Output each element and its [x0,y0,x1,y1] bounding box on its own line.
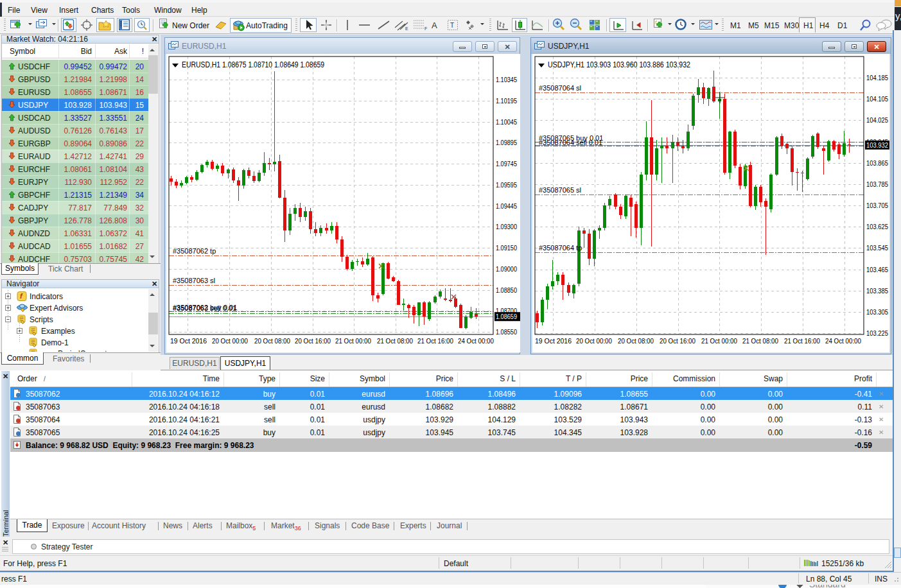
svg-text:E: E [405,26,408,31]
svg-text:1.08550: 1.08550 [496,328,517,336]
svg-text:1.10345: 1.10345 [496,76,517,83]
svg-text:20 Oct 16:00: 20 Oct 16:00 [660,337,695,345]
svg-text:103.865: 103.865 [866,159,888,167]
svg-text:#35087064 tp: #35087064 tp [539,244,582,252]
svg-text:103.305: 103.305 [866,308,888,316]
svg-text:1.10045: 1.10045 [496,118,517,126]
svg-text:103.225: 103.225 [866,329,888,337]
svg-text:1.09000: 1.09000 [496,265,517,273]
svg-text:24 Oct 00:00: 24 Oct 00:00 [458,337,494,345]
svg-text:1.08850: 1.08850 [496,286,517,294]
svg-text:21 Oct 08:00: 21 Oct 08:00 [742,337,778,345]
svg-text:103.932: 103.932 [866,141,888,149]
svg-text:#35087063 sell 0.01: #35087063 sell 0.01 [173,304,236,312]
svg-text:20 Oct 00:00: 20 Oct 00:00 [576,337,612,345]
svg-text:104.025: 104.025 [866,116,888,124]
svg-text:USDJPY,H1 103.903 103.960 103: USDJPY,H1 103.903 103.960 103.886 103.93… [548,60,690,69]
svg-text:19 Oct 2016: 19 Oct 2016 [170,337,207,345]
svg-text:103.705: 103.705 [866,202,888,209]
svg-text:103.385: 103.385 [866,287,888,295]
svg-text:EURUSD,H1 1.08675 1.08710 1.0: EURUSD,H1 1.08675 1.08710 1.08649 1.0865… [182,60,324,69]
svg-text:21 Oct 00:00: 21 Oct 00:00 [335,337,371,345]
svg-text:104.185: 104.185 [866,74,888,82]
svg-text:103.625: 103.625 [866,223,888,230]
svg-text:21 Oct 00:00: 21 Oct 00:00 [701,337,737,345]
svg-text:20 Oct 08:00: 20 Oct 08:00 [618,337,654,345]
svg-text:1.09150: 1.09150 [496,244,517,252]
svg-text:#35087064 sl: #35087064 sl [539,84,581,92]
svg-text:1.08659: 1.08659 [496,313,517,320]
svg-text:20 Oct 16:00: 20 Oct 16:00 [295,337,331,345]
svg-text:1.09745: 1.09745 [496,160,517,168]
svg-text:1.09300: 1.09300 [496,223,517,230]
svg-text:1.10195: 1.10195 [496,97,517,105]
svg-text:21 Oct 16:00: 21 Oct 16:00 [784,337,820,345]
svg-text:1.09595: 1.09595 [496,181,517,189]
svg-text:21 Oct 08:00: 21 Oct 08:00 [377,337,413,345]
svg-text:20 Oct 08:00: 20 Oct 08:00 [254,337,290,345]
svg-text:24 Oct 00:00: 24 Oct 00:00 [825,337,861,345]
svg-text:1.09445: 1.09445 [496,202,517,210]
svg-text:20 Oct 00:00: 20 Oct 00:00 [212,337,248,345]
svg-text:103.545: 103.545 [866,244,888,252]
svg-text:19 Oct 2016: 19 Oct 2016 [535,337,572,345]
svg-text:103.785: 103.785 [866,180,888,188]
svg-text:#35087064 sell 0.01: #35087064 sell 0.01 [539,139,602,146]
svg-text:104.105: 104.105 [866,95,888,103]
svg-text:21 Oct 16:00: 21 Oct 16:00 [417,337,453,345]
svg-text:F: F [424,26,427,31]
svg-text:T: T [450,22,454,29]
svg-text:#35087063 sl: #35087063 sl [173,277,215,284]
svg-text:#35087062 tp: #35087062 tp [173,247,216,255]
svg-text:1.09895: 1.09895 [496,139,517,146]
svg-text:103.465: 103.465 [866,266,888,273]
svg-text:#35087065 sl: #35087065 sl [539,186,581,194]
